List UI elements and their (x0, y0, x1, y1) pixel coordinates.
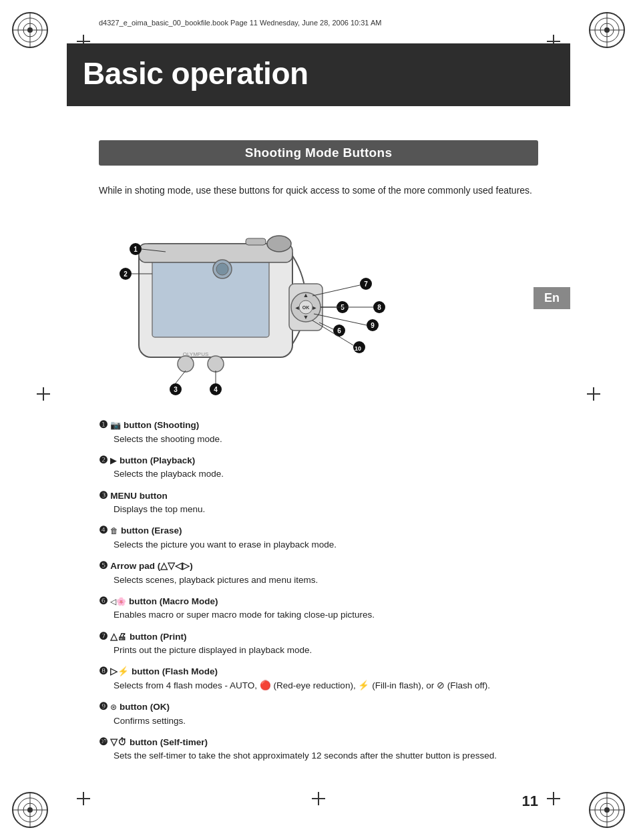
svg-text:►: ► (312, 304, 318, 311)
button-item-3-desc: Displays the top menu. (114, 503, 538, 516)
svg-line-50 (176, 371, 186, 383)
svg-text:7: 7 (364, 280, 368, 288)
button-item-6: ❻ ◁🌸 button (Macro Mode) Enables macro o… (99, 594, 538, 622)
corner-decoration-bl (10, 790, 50, 830)
button-item-8-header: ❽ ▷⚡ button (Flash Mode) (99, 664, 538, 679)
button-item-3-header: ❸ MENU button (99, 488, 538, 503)
page-number: 11 (522, 793, 538, 810)
button-item-10-desc: Sets the self-timer to take the shot app… (114, 749, 538, 763)
button-item-1-desc: Selects the shooting mode. (114, 433, 538, 446)
button-item-3: ❸ MENU button Displays the top menu. (99, 488, 538, 517)
svg-text:3: 3 (174, 386, 178, 393)
header-block: Basic operation (67, 43, 570, 106)
button-item-2-header: ❷ ▶ button (Playback) (99, 453, 538, 468)
button-item-4-header: ❹ 🗑 button (Erase) (99, 523, 538, 538)
svg-text:2: 2 (124, 270, 128, 278)
button-item-6-header: ❻ ◁🌸 button (Macro Mode) (99, 594, 538, 609)
svg-text:9: 9 (371, 322, 375, 329)
language-badge: En (534, 287, 570, 309)
svg-text:◄: ◄ (294, 304, 300, 311)
button-item-1-header: ❶ 📷 button (Shooting) (99, 417, 538, 433)
page-title: Basic operation (83, 55, 554, 91)
button-item-5: ❺ Arrow pad (△▽◁▷) Selects scenes, playb… (99, 558, 538, 587)
button-item-6-desc: Enables macro or super macro mode for ta… (114, 608, 538, 622)
button-item-5-header: ❺ Arrow pad (△▽◁▷) (99, 558, 538, 574)
button-item-7-header: ❼ △🖨 button (Print) (99, 629, 538, 644)
svg-point-39 (178, 356, 194, 372)
button-item-8: ❽ ▷⚡ button (Flash Mode) Selects from 4 … (99, 664, 538, 692)
button-item-9: ❾ ⊛ button (OK) Confirms settings. (99, 699, 538, 728)
corner-decoration-tr (587, 10, 627, 50)
svg-rect-25 (152, 257, 269, 337)
file-info-bar: d4327_e_oima_basic_00_bookfile.book Page… (99, 19, 538, 27)
svg-text:6: 6 (337, 327, 341, 335)
button-item-8-desc: Selects from 4 flash modes - AUTO, 🔴 (Re… (114, 679, 538, 692)
svg-text:4: 4 (214, 386, 218, 393)
button-item-1: ❶ 📷 button (Shooting) Selects the shooti… (99, 417, 538, 446)
svg-text:▲: ▲ (303, 292, 309, 298)
camera-diagram: ▲ ▼ ◄ ► OK OLYMPUS 1 2 3 4 5 6 (99, 224, 419, 397)
svg-text:▼: ▼ (303, 314, 309, 321)
button-item-9-desc: Confirms settings. (114, 714, 538, 728)
file-info-text: d4327_e_oima_basic_00_bookfile.book Page… (99, 19, 381, 27)
crosshair-bot-mid (312, 792, 325, 805)
button-item-2: ❷ ▶ button (Playback) Selects the playba… (99, 453, 538, 481)
svg-text:10: 10 (355, 345, 361, 352)
crosshair-mid-right (587, 387, 600, 401)
button-item-10: ❿ ▽⏱ button (Self-timer) Sets the self-t… (99, 734, 538, 763)
crosshair-bot-right (547, 792, 560, 805)
button-item-2-desc: Selects the playback mode. (114, 467, 538, 481)
svg-text:8: 8 (377, 304, 381, 311)
svg-text:OLYMPUS: OLYMPUS (183, 351, 209, 357)
corner-decoration-tl (10, 10, 50, 50)
crosshair-mid-left (37, 387, 50, 401)
button-item-4-desc: Selects the picture you want to erase in… (114, 538, 538, 552)
button-item-5-desc: Selects scenes, playback pictures and me… (114, 574, 538, 587)
svg-point-27 (267, 236, 291, 252)
button-item-7: ❼ △🖨 button (Print) Prints out the pictu… (99, 629, 538, 658)
button-item-7-desc: Prints out the picture displayed in play… (114, 644, 538, 657)
button-item-10-header: ❿ ▽⏱ button (Self-timer) (99, 734, 538, 750)
svg-point-30 (216, 263, 228, 275)
svg-rect-28 (246, 238, 266, 245)
svg-text:1: 1 (134, 246, 138, 253)
section-title-bar: Shooting Mode Buttons (99, 140, 538, 166)
button-item-4: ❹ 🗑 button (Erase) Selects the picture y… (99, 523, 538, 552)
intro-text: While in shoting mode, use these buttons… (99, 184, 538, 198)
button-list: ❶ 📷 button (Shooting) Selects the shooti… (99, 417, 538, 770)
button-item-9-header: ❾ ⊛ button (OK) (99, 699, 538, 714)
svg-text:OK: OK (302, 305, 310, 310)
section-title: Shooting Mode Buttons (245, 146, 393, 160)
svg-line-71 (312, 321, 353, 345)
corner-decoration-br (587, 790, 627, 830)
crosshair-bot-left (77, 792, 90, 805)
svg-point-40 (208, 356, 224, 372)
